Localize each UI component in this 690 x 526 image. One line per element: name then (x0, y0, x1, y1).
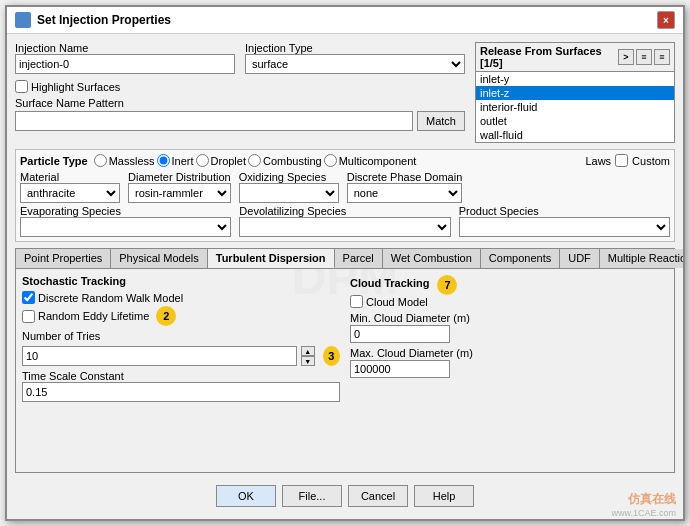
injection-row: Injection Name Injection Type surfacesin… (15, 42, 465, 74)
badge-2: 2 (156, 306, 176, 326)
radio-combusting-label: Combusting (263, 155, 322, 167)
release-from-btn3[interactable]: ≡ (654, 49, 670, 65)
injection-type-label: Injection Type (245, 42, 313, 54)
release-item-inlet-y[interactable]: inlet-y (476, 72, 674, 86)
max-cloud-diameter-input[interactable] (350, 360, 450, 378)
set-injection-dialog: Set Injection Properties × DPM Injection… (5, 5, 685, 521)
evaporating-species-select[interactable] (20, 217, 231, 237)
oxidizing-species-select[interactable] (239, 183, 339, 203)
release-item-interior-fluid[interactable]: interior-fluid (476, 100, 674, 114)
radio-massless-label: Massless (109, 155, 155, 167)
spin-down[interactable]: ▼ (301, 356, 315, 366)
release-item-inlet-z[interactable]: inlet-z (476, 86, 674, 100)
radio-droplet-input[interactable] (196, 154, 209, 167)
laws-group: Laws Custom (585, 154, 670, 167)
discrete-random-walk-row: Discrete Random Walk Model (22, 291, 340, 304)
file-button[interactable]: File... (282, 485, 342, 507)
min-cloud-diameter-input[interactable] (350, 325, 450, 343)
particle-type-row: Particle Type Massless Inert Droplet (20, 154, 670, 167)
species-row: Evaporating Species Devolatilizing Speci… (20, 205, 670, 237)
radio-combusting: Combusting (248, 154, 322, 167)
radio-droplet-label: Droplet (211, 155, 246, 167)
tab-turbulent-dispersion[interactable]: Turbulent Dispersion (208, 249, 335, 268)
top-section: Injection Name Injection Type surfacesin… (15, 42, 675, 143)
surface-name-pattern-label: Surface Name Pattern (15, 97, 124, 109)
highlight-surfaces-label: Highlight Surfaces (31, 81, 120, 93)
laws-custom-label: Custom (632, 155, 670, 167)
close-button[interactable]: × (657, 11, 675, 29)
cloud-section: Cloud Tracking 7 Cloud Model Min. Cloud … (350, 275, 668, 466)
material-group: Material anthracite (20, 171, 120, 203)
stochastic-title: Stochastic Tracking (22, 275, 340, 287)
injection-type-group: Injection Type surfacesinglegroupconepla… (245, 42, 465, 74)
material-select[interactable]: anthracite (20, 183, 120, 203)
diameter-dist-select[interactable]: rosin-rammler (128, 183, 231, 203)
release-from-btn2[interactable]: ≡ (636, 49, 652, 65)
surface-name-pattern-input[interactable] (15, 111, 413, 131)
number-of-tries-spin: ▲ ▼ (301, 346, 315, 366)
evaporating-species-label: Evaporating Species (20, 205, 231, 217)
injection-name-group: Injection Name (15, 42, 235, 74)
devolatilizing-species-group: Devolatilizing Species (239, 205, 450, 237)
laws-custom-checkbox[interactable] (615, 154, 628, 167)
highlight-surfaces-row: Highlight Surfaces (15, 80, 465, 93)
number-of-tries-input[interactable] (22, 346, 297, 366)
tab-components[interactable]: Components (481, 249, 560, 268)
material-label: Material (20, 171, 120, 183)
tab-physical-models[interactable]: Physical Models (111, 249, 207, 268)
match-button[interactable]: Match (417, 111, 465, 131)
devolatilizing-species-label: Devolatilizing Species (239, 205, 450, 217)
number-of-tries-input-row: ▲ ▼ 3 (22, 346, 340, 366)
min-cloud-diameter-group: Min. Cloud Diameter (m) (350, 312, 668, 343)
help-button[interactable]: Help (414, 485, 474, 507)
cloud-model-label: Cloud Model (366, 296, 428, 308)
release-item-outlet[interactable]: outlet (476, 114, 674, 128)
radio-inert-input[interactable] (157, 154, 170, 167)
devolatilizing-species-select[interactable] (239, 217, 450, 237)
discrete-phase-domain-select[interactable]: none (347, 183, 463, 203)
tabs-section: Point Properties Physical Models Turbule… (15, 248, 675, 473)
discrete-phase-domain-group: Discrete Phase Domain none (347, 171, 463, 203)
max-cloud-diameter-label: Max. Cloud Diameter (m) (350, 347, 668, 359)
dialog-title: Set Injection Properties (37, 13, 171, 27)
discrete-phase-domain-label: Discrete Phase Domain (347, 171, 463, 183)
tab-multiple-reactions[interactable]: Multiple Reactions (600, 249, 683, 268)
release-item-wall-fluid[interactable]: wall-fluid (476, 128, 674, 142)
tab-point-properties[interactable]: Point Properties (16, 249, 111, 268)
tab-udf[interactable]: UDF (560, 249, 600, 268)
radio-multicomponent-input[interactable] (324, 154, 337, 167)
injection-name-input[interactable] (15, 54, 235, 74)
radio-combusting-input[interactable] (248, 154, 261, 167)
title-bar: Set Injection Properties × (7, 7, 683, 34)
cloud-model-checkbox[interactable] (350, 295, 363, 308)
cancel-button[interactable]: Cancel (348, 485, 408, 507)
tab-parcel[interactable]: Parcel (335, 249, 383, 268)
radio-inert: Inert (157, 154, 194, 167)
highlight-surfaces-checkbox[interactable] (15, 80, 28, 93)
spin-up[interactable]: ▲ (301, 346, 315, 356)
injection-type-select[interactable]: surfacesinglegroupconeplain-orifice-atom… (245, 54, 465, 74)
dialog-icon (15, 12, 31, 28)
badge-3: 3 (323, 346, 340, 366)
oxidizing-species-group: Oxidizing Species (239, 171, 339, 203)
time-scale-input[interactable] (22, 382, 340, 402)
cloud-model-row: Cloud Model (350, 295, 668, 308)
radio-multicomponent-label: Multicomponent (339, 155, 417, 167)
injection-name-label: Injection Name (15, 42, 88, 54)
product-species-select[interactable] (459, 217, 670, 237)
random-eddy-lifetime-label: Random Eddy Lifetime (38, 310, 149, 322)
tab-bar: Point Properties Physical Models Turbule… (16, 249, 674, 269)
particle-section: Particle Type Massless Inert Droplet (15, 149, 675, 242)
radio-multicomponent: Multicomponent (324, 154, 417, 167)
tab-wet-combustion[interactable]: Wet Combustion (383, 249, 481, 268)
radio-droplet: Droplet (196, 154, 246, 167)
ok-button[interactable]: OK (216, 485, 276, 507)
discrete-random-walk-checkbox[interactable] (22, 291, 35, 304)
radio-massless-input[interactable] (94, 154, 107, 167)
random-eddy-lifetime-checkbox[interactable] (22, 310, 35, 323)
release-from-btn1[interactable]: > (618, 49, 634, 65)
diameter-dist-label: Diameter Distribution (128, 171, 231, 183)
radio-massless: Massless (94, 154, 155, 167)
release-from-header: Release From Surfaces [1/5] > ≡ ≡ (476, 43, 674, 72)
release-from-label: Release From Surfaces [1/5] (480, 45, 618, 69)
